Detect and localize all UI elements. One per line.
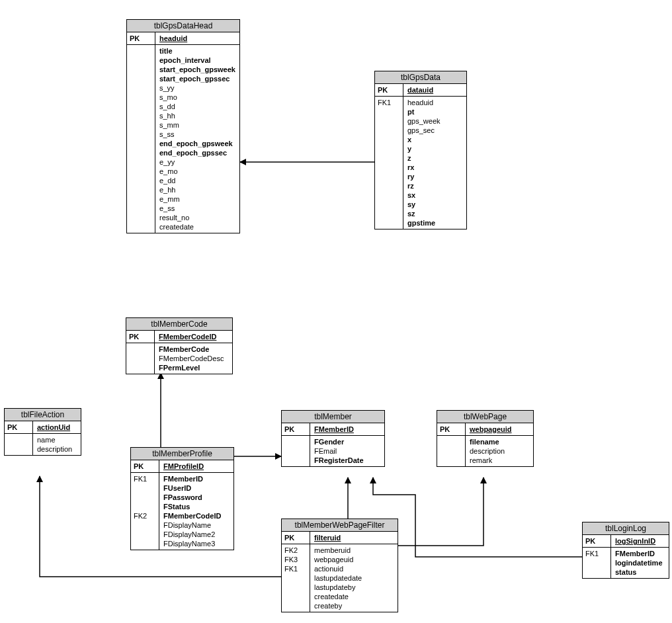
field-cell: filename [470,437,529,446]
field-cell: gps_week [407,116,462,126]
entity-tblMemberWebPageFilter: tblMemberWebPageFilter PK filteruid FK2F… [281,519,398,612]
field-cell: end_epoch_gpssec [159,148,235,157]
key-cell [378,153,400,163]
pk-label: PK [284,425,307,434]
field-cell: end_epoch_gpsweek [159,139,235,148]
key-cell [130,167,152,176]
field-cell: e_mm [159,194,235,204]
pk-label: PK [130,34,152,43]
field-cell: createby [314,601,394,610]
field-col: FMemberCodeFMemberCodeDescFPermLevel [155,343,232,374]
key-cell [130,102,152,111]
entity-tblWebPage: tblWebPage PK webpageuid filenamedescrip… [437,410,534,467]
pk-field: FMemberCodeID [159,332,228,341]
key-cell [130,185,152,194]
field-cell: y [407,144,462,153]
key-cell [130,194,152,204]
field-cell: gpstime [407,218,462,228]
key-cell [134,502,156,511]
entity-title: tblGpsDataHead [127,20,239,32]
field-cell: e_dd [159,176,235,185]
pk-label: PK [378,85,400,95]
field-cell: name [37,435,77,444]
key-cell [378,181,400,190]
field-cell: pt [407,107,462,116]
key-cell [130,74,152,83]
entity-title: tblWebPage [437,411,533,423]
field-cell: rx [407,163,462,172]
key-cell [129,354,151,363]
pk-label: PK [284,533,307,542]
field-cell: sz [407,209,462,218]
field-col: FGenderFEmailFRegisterDate [310,436,384,466]
key-col [5,434,33,455]
key-col: FK1 [375,97,403,229]
key-cell: FK1 [585,549,608,558]
key-cell [130,46,152,56]
field-cell: start_epoch_gpssec [159,74,235,83]
field-cell: FStatus [163,502,230,511]
pk-field: datauid [407,85,462,95]
field-cell: e_yy [159,157,235,167]
field-cell: status [615,567,665,577]
key-cell [130,120,152,130]
key-cell [130,56,152,65]
entity-tblMemberCode: tblMemberCode PK FMemberCodeID FMemberCo… [126,317,233,374]
field-cell: sy [407,200,462,209]
key-col: FK1 FK2 [131,473,159,550]
key-col: FK1 [583,548,611,578]
field-cell: headuid [407,98,462,107]
field-cell: lastupdatedate [314,573,394,583]
key-cell: FK3 [284,555,307,564]
field-cell: FRegisterDate [314,456,380,465]
key-cell [378,126,400,135]
field-cell: epoch_interval [159,56,235,65]
field-cell: z [407,153,462,163]
entity-title: tblMemberCode [126,318,232,331]
key-cell [130,176,152,185]
pk-field: actionUid [37,423,77,432]
pk-field: FMemberID [314,425,380,434]
key-cell [130,111,152,120]
key-cell [130,222,152,231]
key-cell [440,437,462,446]
entity-tblMemberProfile: tblMemberProfile PK FMProfileID FK1 FK2 … [130,447,234,550]
key-cell [284,446,307,456]
entity-title: tblMember [282,411,384,423]
key-cell [378,135,400,144]
key-col [127,45,155,233]
field-col: FMemberIDFUserIDFPasswordFStatusFMemberC… [159,473,233,550]
field-cell: FDisplayName3 [163,539,230,548]
key-col: FK2FK3FK1 [282,544,310,612]
field-cell: actionuid [314,564,394,573]
key-cell [585,567,608,577]
field-cell: createdate [159,222,235,231]
field-cell: e_ss [159,204,235,213]
key-cell [130,130,152,139]
key-cell [378,116,400,126]
field-col: FMemberIDlogindatetimestatus [611,548,669,578]
field-col: headuidptgps_weekgps_secxyzrxryrzsxsyszg… [403,97,466,229]
field-cell: lastupdateby [314,583,394,592]
entity-title: tblMemberWebPageFilter [282,519,398,532]
field-cell: FEmail [314,446,380,456]
field-cell: s_ss [159,130,235,139]
key-cell [378,209,400,218]
key-cell [284,592,307,601]
field-cell: rz [407,181,462,190]
field-cell: remark [470,456,529,465]
pk-label: PK [129,332,151,341]
key-cell [440,446,462,456]
field-cell: s_mm [159,120,235,130]
key-cell [284,437,307,446]
entity-tblFileAction: tblFileAction PK actionUid namedescripti… [4,408,81,456]
entity-tblLoginLog: tblLoginLog PK logSignInID FK1 FMemberID… [582,522,669,579]
key-cell [130,93,152,102]
key-cell [129,363,151,372]
field-col: memberuidwebpageuidactionuidlastupdateda… [310,544,398,612]
key-cell [284,573,307,583]
pk-label: PK [440,425,462,434]
key-cell: FK1 [378,98,400,107]
field-cell: x [407,135,462,144]
field-cell: start_epoch_gpsweek [159,65,235,74]
